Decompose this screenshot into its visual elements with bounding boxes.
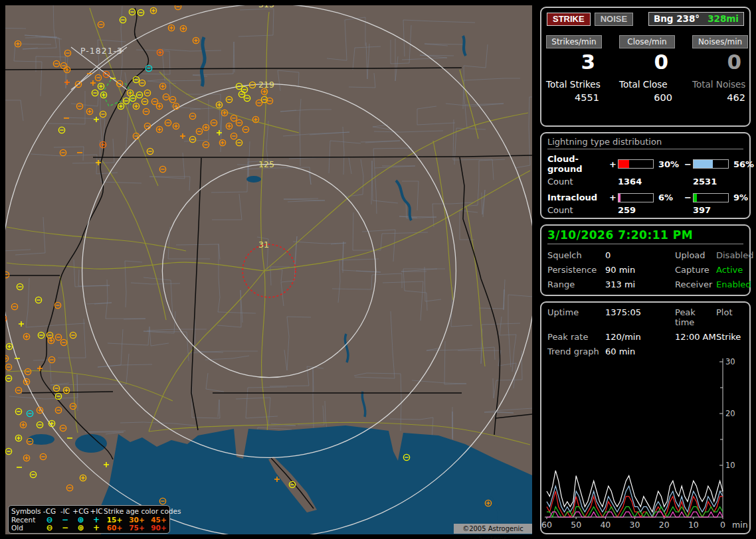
plot-label: Plot [716, 307, 749, 327]
ic-neg-old-icon: − [58, 524, 72, 532]
legend-symbols-header: Symbols [11, 508, 41, 515]
distribution-title: Lightning type distribution [547, 137, 743, 149]
ic-plus-sign: + [609, 193, 618, 202]
range-label: Range [547, 279, 605, 289]
ic-minus-sign: − [684, 193, 693, 202]
capture-status: Active [716, 265, 753, 275]
cg-minus-bar [693, 159, 729, 169]
ic-minus-count: 397 [693, 205, 730, 215]
ic-pos-old-icon: + [89, 524, 104, 532]
svg-text:40: 40 [600, 520, 611, 530]
age-code-60: 60+ [104, 524, 126, 532]
peak-rate-value: 120/min [605, 332, 675, 342]
uptime-label: Uptime [547, 307, 605, 327]
cg-plus-pct: 30% [655, 159, 684, 169]
cg-minus-count: 2531 [693, 177, 730, 187]
range-value: 313 mi [605, 279, 675, 289]
strikes-per-min-value: 3 [546, 48, 602, 77]
age-code-75: 75+ [126, 524, 148, 532]
bearing-readout: Bng 238° 328mi [648, 12, 744, 26]
svg-text:10: 10 [725, 461, 735, 470]
ic-minus-pct: 9% [730, 193, 753, 202]
svg-text:31: 31 [258, 240, 269, 250]
peak-time-label: Peak time [675, 307, 716, 327]
total-strikes-label: Total Strikes [546, 77, 602, 90]
ic-minus-bar [693, 193, 729, 202]
cg-minus-sign: − [684, 159, 693, 169]
svg-text:min: min [732, 520, 748, 530]
intracloud-label: Intracloud [547, 193, 609, 202]
strike-button[interactable]: STRIKE [547, 13, 591, 26]
svg-text:20: 20 [725, 409, 735, 418]
capture-label: Capture [675, 265, 716, 275]
legend-row-recent: Recent [11, 516, 41, 524]
ic-neg-recent-icon: − [58, 516, 72, 524]
age-code-15: 15+ [104, 516, 126, 524]
legend-col-ic-pos: +IC [89, 508, 104, 515]
total-strikes-value: 4551 [546, 90, 602, 103]
cg-pos-old-icon: ⊕ [72, 524, 89, 532]
nexstorm-window: 31125219313P-1821-3 Symbols -CG -IC +CG … [0, 0, 756, 539]
legend-row-old: Old [11, 524, 41, 532]
total-noises-value: 462 [692, 90, 748, 103]
cg-count-label: Count [547, 177, 609, 187]
bearing-label: Bng 238° [654, 13, 700, 25]
legend-age-header: Strike age color codes [104, 508, 169, 515]
datetime-display: 3/10/2026 7:20:11 PM [547, 228, 743, 244]
cg-pos-recent-icon: ⊕ [72, 516, 89, 524]
cg-plus-sign: + [609, 159, 618, 169]
ic-count-label: Count [547, 205, 609, 215]
map-canvas[interactable]: 31125219313P-1821-3 [5, 5, 532, 534]
persistence-label: Persistence [547, 265, 605, 275]
age-code-30: 30+ [126, 516, 148, 524]
svg-text:10: 10 [688, 520, 699, 530]
cg-neg-recent-icon: ⊖ [41, 516, 58, 524]
ic-pos-recent-icon: + [89, 516, 104, 524]
distribution-panel: Lightning type distribution Cloud-ground… [540, 132, 751, 219]
squelch-label: Squelch [547, 250, 605, 260]
close-per-min-value: 0 [619, 48, 675, 77]
ic-plus-bar [618, 193, 654, 202]
total-close-label: Total Close [619, 77, 675, 90]
receiver-status: Enabled [716, 279, 753, 289]
svg-text:20: 20 [659, 520, 670, 530]
trend-panel: Uptime 1375:05 Peak time Plot Peak rate … [540, 301, 751, 534]
peak-rate-label: Peak rate [547, 332, 605, 342]
bearing-distance: 328mi [708, 13, 739, 25]
svg-text:313: 313 [258, 5, 274, 9]
noises-per-min-value: 0 [692, 48, 748, 77]
peak-time-value: 12:00 AM [675, 332, 716, 342]
svg-text:60: 60 [541, 520, 552, 530]
upload-label: Upload [675, 250, 716, 260]
total-close-value: 600 [619, 90, 675, 103]
cloud-ground-label: Cloud-ground [547, 154, 609, 174]
strike-stats-panel: STRIKE NOISE Bng 238° 328mi Strikes/min … [540, 7, 751, 127]
close-per-min-chip: Close/min [619, 35, 675, 48]
plot-mode-value: Strike [716, 332, 749, 342]
status-panel: 3/10/2026 7:20:11 PM Squelch 0 Upload Di… [540, 224, 751, 296]
svg-text:30: 30 [630, 520, 640, 530]
svg-text:0: 0 [720, 520, 725, 530]
noise-button[interactable]: NOISE [595, 13, 633, 26]
svg-text:219: 219 [258, 80, 274, 90]
svg-text:50: 50 [571, 520, 581, 530]
age-code-90: 90+ [148, 524, 169, 532]
trend-graph: 1020306050403020100min [541, 351, 749, 533]
ic-plus-count: 259 [618, 205, 655, 215]
copyright-note: ©2005 Astrogenic Systems [454, 524, 532, 534]
lightning-map[interactable]: 31125219313P-1821-3 Symbols -CG -IC +CG … [5, 5, 532, 534]
persistence-value: 90 min [605, 265, 675, 275]
svg-text:30: 30 [725, 357, 735, 366]
cg-plus-bar [618, 159, 654, 169]
strikes-per-min-chip: Strikes/min [546, 35, 602, 48]
map-legend: Symbols -CG -IC +CG +IC Strike age color… [8, 505, 170, 534]
svg-text:P-1821-3: P-1821-3 [80, 46, 123, 56]
legend-col-cg-neg: -CG [41, 508, 58, 515]
uptime-value: 1375:05 [605, 307, 675, 327]
cg-plus-count: 1364 [618, 177, 655, 187]
receiver-label: Receiver [675, 279, 716, 289]
cg-neg-old-icon: ⊖ [41, 524, 58, 532]
upload-status: Disabled [716, 250, 753, 260]
age-code-45: 45+ [148, 516, 169, 524]
ic-plus-pct: 6% [655, 193, 684, 202]
